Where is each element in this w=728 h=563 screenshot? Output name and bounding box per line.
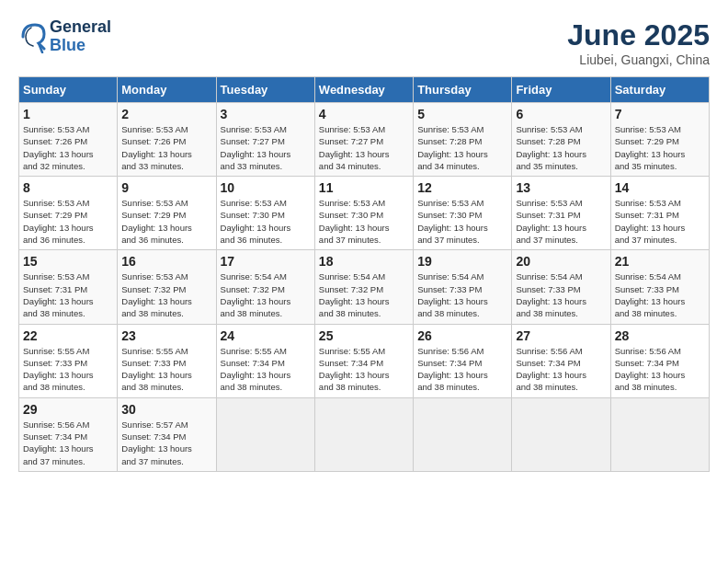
calendar-cell: 5Sunrise: 5:53 AM Sunset: 7:28 PM Daylig… — [414, 103, 512, 177]
day-number: 21 — [615, 254, 705, 269]
calendar-cell: 24Sunrise: 5:55 AM Sunset: 7:34 PM Dayli… — [216, 324, 314, 397]
day-info: Sunrise: 5:54 AM Sunset: 7:32 PM Dayligh… — [319, 270, 409, 319]
calendar-cell: 26Sunrise: 5:56 AM Sunset: 7:34 PM Dayli… — [414, 324, 512, 397]
day-info: Sunrise: 5:53 AM Sunset: 7:29 PM Dayligh… — [121, 197, 211, 246]
day-number: 27 — [516, 328, 606, 343]
calendar-cell: 25Sunrise: 5:55 AM Sunset: 7:34 PM Dayli… — [314, 324, 413, 397]
calendar-cell: 14Sunrise: 5:53 AM Sunset: 7:31 PM Dayli… — [610, 177, 709, 250]
col-friday: Friday — [512, 77, 610, 103]
day-info: Sunrise: 5:53 AM Sunset: 7:28 PM Dayligh… — [417, 123, 507, 172]
day-number: 22 — [23, 328, 113, 343]
day-info: Sunrise: 5:53 AM Sunset: 7:32 PM Dayligh… — [121, 270, 211, 319]
day-number: 4 — [319, 107, 409, 121]
day-info: Sunrise: 5:53 AM Sunset: 7:31 PM Dayligh… — [23, 270, 113, 319]
calendar-cell: 4Sunrise: 5:53 AM Sunset: 7:27 PM Daylig… — [314, 103, 413, 177]
calendar-table: Sunday Monday Tuesday Wednesday Thursday… — [18, 76, 710, 472]
day-info: Sunrise: 5:54 AM Sunset: 7:32 PM Dayligh… — [221, 270, 311, 319]
day-number: 17 — [221, 254, 311, 269]
day-info: Sunrise: 5:55 AM Sunset: 7:34 PM Dayligh… — [221, 345, 311, 394]
calendar-cell: 15Sunrise: 5:53 AM Sunset: 7:31 PM Dayli… — [19, 250, 118, 324]
calendar-cell: 11Sunrise: 5:53 AM Sunset: 7:30 PM Dayli… — [314, 177, 413, 250]
calendar-cell: 20Sunrise: 5:54 AM Sunset: 7:33 PM Dayli… — [512, 250, 610, 324]
day-number: 3 — [221, 107, 311, 121]
day-number: 5 — [417, 107, 507, 121]
day-info: Sunrise: 5:55 AM Sunset: 7:33 PM Dayligh… — [23, 345, 113, 394]
calendar-cell — [414, 397, 512, 471]
day-info: Sunrise: 5:54 AM Sunset: 7:33 PM Dayligh… — [417, 270, 507, 319]
logo-icon — [18, 20, 46, 53]
day-number: 2 — [121, 107, 211, 121]
calendar-cell: 17Sunrise: 5:54 AM Sunset: 7:32 PM Dayli… — [216, 250, 314, 324]
calendar-cell: 16Sunrise: 5:53 AM Sunset: 7:32 PM Dayli… — [118, 250, 216, 324]
calendar-cell — [314, 397, 413, 471]
page-header: General Blue June 2025 Liubei, Guangxi, … — [18, 18, 710, 67]
col-sunday: Sunday — [19, 77, 118, 103]
day-info: Sunrise: 5:53 AM Sunset: 7:31 PM Dayligh… — [615, 197, 705, 246]
day-info: Sunrise: 5:57 AM Sunset: 7:34 PM Dayligh… — [121, 419, 211, 467]
day-info: Sunrise: 5:53 AM Sunset: 7:30 PM Dayligh… — [417, 197, 507, 246]
calendar-row: 1Sunrise: 5:53 AM Sunset: 7:26 PM Daylig… — [19, 103, 710, 177]
col-thursday: Thursday — [414, 77, 512, 103]
logo: General Blue — [18, 18, 111, 55]
calendar-cell: 12Sunrise: 5:53 AM Sunset: 7:30 PM Dayli… — [414, 177, 512, 250]
day-number: 13 — [516, 180, 606, 195]
logo-line2: Blue — [50, 37, 111, 55]
day-number: 20 — [516, 254, 606, 269]
calendar-cell: 2Sunrise: 5:53 AM Sunset: 7:26 PM Daylig… — [118, 103, 216, 177]
day-info: Sunrise: 5:53 AM Sunset: 7:26 PM Dayligh… — [23, 123, 113, 172]
day-info: Sunrise: 5:56 AM Sunset: 7:34 PM Dayligh… — [516, 345, 606, 394]
day-number: 18 — [319, 254, 409, 269]
day-info: Sunrise: 5:55 AM Sunset: 7:34 PM Dayligh… — [319, 345, 409, 394]
day-number: 1 — [23, 107, 113, 121]
day-info: Sunrise: 5:54 AM Sunset: 7:33 PM Dayligh… — [615, 270, 705, 319]
day-number: 23 — [121, 328, 211, 343]
day-number: 15 — [23, 254, 113, 269]
logo-line1: General — [50, 18, 111, 37]
day-number: 16 — [121, 254, 211, 269]
day-info: Sunrise: 5:53 AM Sunset: 7:26 PM Dayligh… — [121, 123, 211, 172]
calendar-cell: 21Sunrise: 5:54 AM Sunset: 7:33 PM Dayli… — [610, 250, 709, 324]
day-info: Sunrise: 5:53 AM Sunset: 7:28 PM Dayligh… — [516, 123, 606, 172]
day-number: 19 — [417, 254, 507, 269]
calendar-cell — [610, 397, 709, 471]
calendar-cell: 18Sunrise: 5:54 AM Sunset: 7:32 PM Dayli… — [314, 250, 413, 324]
day-info: Sunrise: 5:53 AM Sunset: 7:29 PM Dayligh… — [615, 123, 705, 172]
calendar-row: 15Sunrise: 5:53 AM Sunset: 7:31 PM Dayli… — [19, 250, 710, 324]
day-info: Sunrise: 5:53 AM Sunset: 7:31 PM Dayligh… — [516, 197, 606, 246]
col-monday: Monday — [118, 77, 216, 103]
header-row: Sunday Monday Tuesday Wednesday Thursday… — [19, 77, 710, 103]
calendar-row: 22Sunrise: 5:55 AM Sunset: 7:33 PM Dayli… — [19, 324, 710, 397]
calendar-cell: 8Sunrise: 5:53 AM Sunset: 7:29 PM Daylig… — [19, 177, 118, 250]
calendar-cell: 6Sunrise: 5:53 AM Sunset: 7:28 PM Daylig… — [512, 103, 610, 177]
calendar-cell: 22Sunrise: 5:55 AM Sunset: 7:33 PM Dayli… — [19, 324, 118, 397]
day-number: 12 — [417, 180, 507, 195]
calendar-cell: 3Sunrise: 5:53 AM Sunset: 7:27 PM Daylig… — [216, 103, 314, 177]
day-info: Sunrise: 5:56 AM Sunset: 7:34 PM Dayligh… — [615, 345, 705, 394]
day-info: Sunrise: 5:53 AM Sunset: 7:27 PM Dayligh… — [221, 123, 311, 172]
calendar-cell: 13Sunrise: 5:53 AM Sunset: 7:31 PM Dayli… — [512, 177, 610, 250]
day-number: 6 — [516, 107, 606, 121]
day-info: Sunrise: 5:53 AM Sunset: 7:29 PM Dayligh… — [23, 197, 113, 246]
title-area: June 2025 Liubei, Guangxi, China — [567, 18, 710, 67]
day-info: Sunrise: 5:53 AM Sunset: 7:30 PM Dayligh… — [319, 197, 409, 246]
day-number: 29 — [23, 402, 113, 417]
calendar-cell: 19Sunrise: 5:54 AM Sunset: 7:33 PM Dayli… — [414, 250, 512, 324]
calendar-cell — [512, 397, 610, 471]
calendar-cell: 9Sunrise: 5:53 AM Sunset: 7:29 PM Daylig… — [118, 177, 216, 250]
location: Liubei, Guangxi, China — [567, 52, 710, 67]
day-number: 25 — [319, 328, 409, 343]
calendar-cell: 7Sunrise: 5:53 AM Sunset: 7:29 PM Daylig… — [610, 103, 709, 177]
day-number: 10 — [221, 180, 311, 195]
calendar-cell: 10Sunrise: 5:53 AM Sunset: 7:30 PM Dayli… — [216, 177, 314, 250]
calendar-row: 8Sunrise: 5:53 AM Sunset: 7:29 PM Daylig… — [19, 177, 710, 250]
day-number: 28 — [615, 328, 705, 343]
day-info: Sunrise: 5:54 AM Sunset: 7:33 PM Dayligh… — [516, 270, 606, 319]
col-saturday: Saturday — [610, 77, 709, 103]
day-number: 14 — [615, 180, 705, 195]
calendar-cell: 29Sunrise: 5:56 AM Sunset: 7:34 PM Dayli… — [19, 397, 118, 471]
day-info: Sunrise: 5:53 AM Sunset: 7:27 PM Dayligh… — [319, 123, 409, 172]
col-wednesday: Wednesday — [314, 77, 413, 103]
day-number: 7 — [615, 107, 705, 121]
day-number: 11 — [319, 180, 409, 195]
calendar-cell: 23Sunrise: 5:55 AM Sunset: 7:33 PM Dayli… — [118, 324, 216, 397]
